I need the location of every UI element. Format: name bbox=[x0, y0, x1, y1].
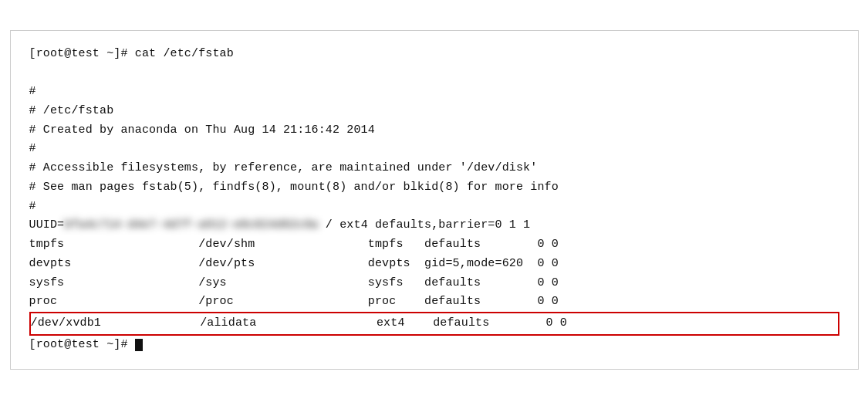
uuid-prefix: UUID= bbox=[29, 218, 65, 232]
comment-line-5: # Accessible filesystems, by reference, … bbox=[29, 159, 839, 178]
xvdb1-line: /dev/xvdb1 /alidata ext4 defaults 0 0 bbox=[29, 312, 839, 336]
empty-line-1 bbox=[29, 63, 839, 83]
comment-line-7: # bbox=[29, 198, 839, 217]
uuid-suffix: / ext4 defaults,barrier=0 1 1 bbox=[319, 218, 531, 232]
xvdb1-device: /dev/xvdb1 bbox=[31, 316, 102, 330]
cursor bbox=[135, 339, 143, 351]
comment-line-2: # /etc/fstab bbox=[29, 102, 839, 121]
prompt-end-line: [root@test ~]# bbox=[29, 336, 839, 355]
comment-line-4: # bbox=[29, 140, 839, 159]
proc-line: proc /proc proc defaults 0 0 bbox=[29, 292, 839, 312]
tmpfs-line: tmpfs /dev/shm tmpfs defaults 0 0 bbox=[29, 235, 839, 255]
comment-line-6: # See man pages fstab(5), findfs(8), mou… bbox=[29, 178, 839, 198]
terminal-window: [root@test ~]# cat /etc/fstab # # /etc/f… bbox=[10, 30, 859, 370]
sysfs-line: sysfs /sys sysfs defaults 0 0 bbox=[29, 274, 839, 293]
comment-line-3: # Created by anaconda on Thu Aug 14 21:1… bbox=[29, 121, 839, 140]
prompt-cat-line: [root@test ~]# cat /etc/fstab bbox=[29, 45, 839, 64]
uuid-value: bfa4c714-d4e7-4d7f-a912-e8c824d62c8a bbox=[64, 218, 318, 232]
uuid-line: UUID=bfa4c714-d4e7-4d7f-a912-e8c824d62c8… bbox=[29, 216, 839, 235]
prompt-end-text: [root@test ~]# bbox=[29, 338, 135, 351]
devpts-line: devpts /dev/pts devpts gid=5,mode=620 0 … bbox=[29, 255, 839, 274]
comment-line-1: # bbox=[29, 83, 839, 102]
xvdb1-rest: /alidata ext4 defaults 0 0 bbox=[101, 316, 567, 330]
